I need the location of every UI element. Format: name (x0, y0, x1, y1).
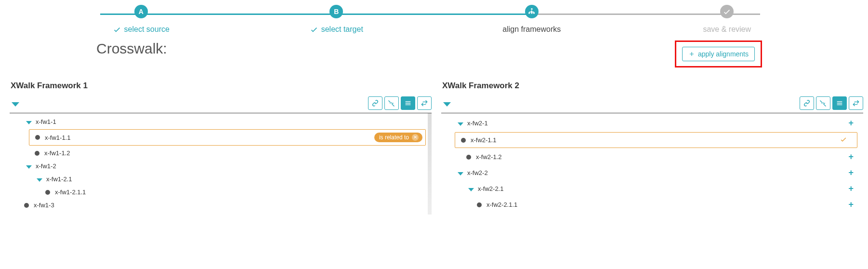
bullet-icon (35, 151, 39, 156)
step-badge-a: A (134, 5, 148, 18)
bullet-icon (461, 138, 466, 143)
link-button[interactable] (800, 96, 814, 110)
remove-relation-icon[interactable]: ✕ (412, 134, 419, 141)
step-badge-b: B (329, 5, 343, 18)
tree-leaf[interactable]: x-fw2-2.1.1 + (441, 197, 863, 213)
step-badge-save (720, 5, 734, 18)
bullet-icon (45, 190, 50, 195)
tree-label: x-fw1-2.1 (46, 175, 72, 183)
add-alignment-icon[interactable]: + (848, 184, 860, 194)
link-button[interactable] (368, 96, 382, 110)
framework-left-title: XWalk Framework 1 (10, 79, 432, 95)
framework-left-toolbar (368, 96, 432, 110)
tree-label: x-fw2-1.2 (476, 153, 501, 161)
apply-button-label: apply alignments (698, 50, 749, 58)
tree-branch[interactable]: x-fw1-1 (10, 115, 432, 128)
list-view-button[interactable] (832, 96, 847, 110)
tree-label: x-fw1-2.1.1 (55, 188, 86, 196)
plus-icon (688, 51, 695, 57)
swap-button[interactable] (849, 96, 863, 110)
step-label-text: align frameworks (502, 25, 561, 34)
bullet-icon (466, 155, 471, 160)
tree-leaf-selected[interactable]: x-fw2-1.1 (455, 132, 857, 148)
framework-right-tree: x-fw2-1 + x-fw2-1.1 x-fw2-1.2 + x-fw2-2 … (441, 113, 863, 215)
sitemap-icon (527, 7, 536, 16)
tree-branch[interactable]: x-fw2-2.1 + (441, 181, 863, 197)
list-view-button[interactable] (401, 96, 415, 110)
tree-branch[interactable]: x-fw2-1 + (441, 115, 863, 131)
tree-label: x-fw2-2.1.1 (487, 201, 517, 208)
frameworks-panels: XWalk Framework 1 x-fw1-1 x-fw1-1.1 is r… (0, 69, 868, 215)
step-label-save: save & review (703, 25, 751, 34)
unlink-button[interactable] (384, 96, 399, 110)
tree-branch[interactable]: x-fw2-2 + (441, 165, 863, 181)
progress-stepper: A select source B select target align fr… (0, 0, 868, 34)
tree-label: x-fw2-2.1 (478, 185, 503, 192)
step-save-review[interactable]: save & review (630, 5, 825, 34)
tree-label: x-fw1-1.1 (45, 134, 70, 141)
tree-label: x-fw2-1.1 (471, 136, 496, 144)
step-label-text: select target (321, 25, 363, 34)
title-row: Crosswalk: apply alignments (0, 34, 868, 69)
tree-leaf[interactable]: x-fw1-1.2 (10, 147, 432, 160)
step-label-align: align frameworks (502, 25, 561, 34)
bullet-icon (477, 202, 482, 207)
check-circle-icon (723, 7, 731, 16)
unlink-icon (388, 99, 395, 107)
check-icon (113, 25, 121, 34)
framework-right-head (441, 95, 863, 113)
chevron-down-icon[interactable] (468, 188, 474, 191)
apply-highlight: apply alignments (675, 40, 762, 67)
bullet-icon (35, 135, 40, 140)
link-icon (803, 99, 811, 107)
tree-leaf-selected[interactable]: x-fw1-1.1 is related to ✕ (29, 129, 426, 146)
bullet-icon (24, 203, 29, 208)
tree-leaf[interactable]: x-fw1-2.1.1 (10, 186, 432, 199)
chevron-down-icon[interactable] (458, 122, 463, 126)
tree-branch[interactable]: x-fw1-2.1 (10, 173, 432, 186)
tree-leaf[interactable]: x-fw2-1.2 + (441, 149, 863, 165)
step-select-target[interactable]: B select target (239, 5, 434, 34)
chevron-down-icon[interactable] (37, 178, 42, 182)
step-select-source[interactable]: A select source (43, 5, 239, 34)
page-title: Crosswalk: (96, 40, 167, 57)
swap-button[interactable] (417, 96, 432, 110)
link-icon (371, 99, 379, 107)
step-label-text: select source (124, 25, 170, 34)
framework-left-head (10, 95, 432, 113)
tree-label: x-fw1-3 (34, 202, 54, 209)
step-label-select-source: select source (113, 25, 170, 34)
framework-right-toolbar (800, 96, 863, 110)
add-alignment-icon[interactable]: + (848, 118, 860, 128)
framework-left-tree: x-fw1-1 x-fw1-1.1 is related to ✕ x-fw1-… (10, 113, 432, 215)
framework-right-panel: XWalk Framework 2 x-fw2-1 + x-fw2-1.1 (441, 79, 863, 215)
collapse-all-caret[interactable] (12, 102, 19, 107)
tree-label: x-fw2-2 (467, 169, 488, 176)
step-label-text: save & review (703, 25, 751, 34)
unlink-button[interactable] (816, 96, 830, 110)
tree-branch[interactable]: x-fw1-2 (10, 160, 432, 173)
chevron-down-icon[interactable] (26, 121, 32, 124)
swap-icon (421, 99, 428, 107)
step-align-frameworks[interactable]: align frameworks (434, 5, 630, 34)
framework-right-title: XWalk Framework 2 (441, 79, 863, 95)
tree-label: x-fw1-1 (36, 118, 56, 125)
list-icon (836, 99, 843, 107)
step-badge-align (525, 5, 539, 18)
aligned-check-icon (840, 135, 854, 145)
chevron-down-icon[interactable] (458, 172, 463, 175)
tree-leaf[interactable]: x-fw1-3 (10, 199, 432, 212)
step-label-select-target: select target (310, 25, 363, 34)
tree-label: x-fw1-1.2 (44, 149, 70, 157)
add-alignment-icon[interactable]: + (848, 168, 860, 178)
framework-left-panel: XWalk Framework 1 x-fw1-1 x-fw1-1.1 is r… (10, 79, 432, 215)
chevron-down-icon[interactable] (26, 165, 32, 169)
add-alignment-icon[interactable]: + (848, 152, 860, 162)
collapse-all-caret[interactable] (443, 102, 451, 107)
add-alignment-icon[interactable]: + (848, 200, 860, 210)
tree-label: x-fw2-1 (467, 120, 488, 127)
swap-icon (852, 99, 860, 107)
relation-pill[interactable]: is related to ✕ (374, 133, 422, 142)
apply-alignments-button[interactable]: apply alignments (682, 47, 755, 61)
unlink-icon (819, 99, 827, 107)
